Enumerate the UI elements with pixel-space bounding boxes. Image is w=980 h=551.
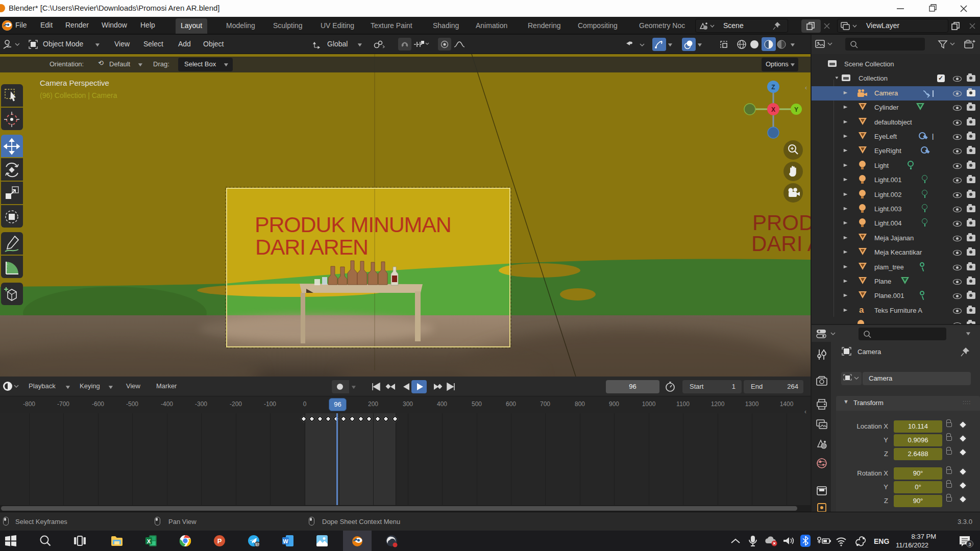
- svg-text:X: X: [771, 106, 775, 113]
- svg-text:57: 57: [255, 543, 259, 546]
- svg-text:X: X: [147, 538, 151, 544]
- svg-text:3: 3: [968, 542, 971, 547]
- svg-text:DARI AREN: DARI AREN: [255, 235, 368, 259]
- svg-text:Z: Z: [771, 84, 775, 91]
- svg-text:W: W: [283, 538, 288, 544]
- svg-text:Y: Y: [794, 106, 798, 113]
- svg-text:P: P: [217, 537, 222, 545]
- svg-text:PRODUK MINUMAN: PRODUK MINUMAN: [255, 212, 451, 237]
